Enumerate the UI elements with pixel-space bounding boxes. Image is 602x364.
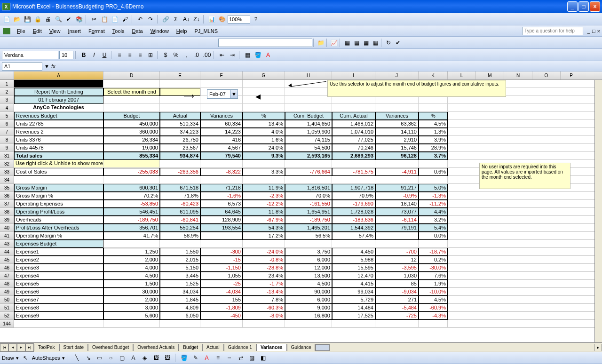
- cell[interactable]: Expense4: [14, 272, 103, 280]
- 3d-icon[interactable]: ◧: [259, 353, 268, 363]
- cell[interactable]: 4,500: [103, 272, 160, 280]
- cell[interactable]: 01 February 2007: [14, 96, 103, 104]
- cell[interactable]: -8,322: [200, 168, 243, 176]
- cell[interactable]: 5.0%: [419, 184, 448, 192]
- cell[interactable]: -255,033: [103, 168, 160, 176]
- cell[interactable]: 19,000: [103, 144, 160, 152]
- worksheet-area[interactable]: A D E F G H I J K L M N O P 12Report Mon…: [0, 71, 602, 342]
- dash-icon[interactable]: ┄: [225, 353, 234, 363]
- cell[interactable]: [200, 176, 243, 184]
- cell[interactable]: 416: [200, 136, 243, 144]
- row-header[interactable]: 48: [0, 280, 14, 288]
- cell[interactable]: 90,000: [285, 288, 332, 296]
- arrowstyle-icon[interactable]: ⇄: [236, 353, 246, 363]
- table-row[interactable]: 31Total sales855,334934,87479,5409.3%2,5…: [0, 152, 602, 160]
- cell[interactable]: -1,150: [200, 264, 243, 272]
- fontsize-input[interactable]: [59, 51, 73, 59]
- cell[interactable]: 1,550: [160, 248, 200, 256]
- cell[interactable]: [332, 320, 375, 328]
- cell[interactable]: 2,593,165: [285, 152, 332, 160]
- borders-icon[interactable]: ▦: [243, 50, 252, 60]
- cell[interactable]: 15,595: [332, 264, 375, 272]
- row-header[interactable]: 33: [0, 168, 14, 176]
- cell[interactable]: [103, 240, 160, 248]
- cell[interactable]: [285, 320, 332, 328]
- cell[interactable]: Expense1: [14, 248, 103, 256]
- cell[interactable]: 11.9%: [243, 184, 285, 192]
- row-header[interactable]: 2: [0, 88, 14, 96]
- cell[interactable]: -60.3%: [243, 304, 285, 312]
- cell[interactable]: [375, 232, 419, 240]
- cell[interactable]: 5,988: [332, 256, 375, 264]
- undo-icon[interactable]: ↶: [135, 15, 145, 24]
- col-F[interactable]: F: [200, 71, 243, 79]
- shadow-icon[interactable]: ▨: [247, 353, 257, 363]
- cell[interactable]: [243, 80, 285, 88]
- cell[interactable]: [375, 320, 419, 328]
- cell[interactable]: 60,334: [200, 120, 243, 128]
- cell[interactable]: 550,254: [160, 224, 200, 232]
- percent-icon[interactable]: %: [171, 50, 181, 60]
- zoom-input[interactable]: [228, 15, 250, 24]
- cell[interactable]: 4,450: [332, 248, 375, 256]
- copy-icon[interactable]: 📋: [100, 15, 109, 24]
- cell[interactable]: 4,809: [160, 304, 200, 312]
- oval-icon[interactable]: ○: [106, 353, 116, 363]
- menu-data[interactable]: Data: [128, 27, 146, 35]
- help-icon[interactable]: ?: [251, 15, 261, 24]
- cell[interactable]: 0.6%: [419, 168, 448, 176]
- tb2-check-icon[interactable]: ✔: [393, 38, 403, 47]
- horizontal-scrollbar[interactable]: ▸: [315, 344, 602, 351]
- cell[interactable]: -8.0%: [243, 312, 285, 320]
- cell[interactable]: [448, 312, 602, 320]
- underline-icon[interactable]: U: [100, 50, 109, 60]
- tb2-border1-icon[interactable]: ▦: [342, 38, 352, 47]
- cell[interactable]: 1,845: [160, 296, 200, 304]
- cell[interactable]: 1,544,392: [332, 224, 375, 232]
- cell[interactable]: [160, 88, 200, 96]
- diagram-icon[interactable]: ◈: [140, 353, 150, 363]
- cell[interactable]: 855,334: [103, 152, 160, 160]
- tb2-refresh-icon[interactable]: ↻: [384, 38, 393, 47]
- cell[interactable]: -300: [200, 248, 243, 256]
- cell[interactable]: 1,728,028: [332, 208, 375, 216]
- cell[interactable]: 23,567: [160, 144, 200, 152]
- cell[interactable]: %: [419, 112, 448, 120]
- cell[interactable]: 2,689,293: [332, 152, 375, 160]
- cell[interactable]: Operating Expenses: [14, 200, 103, 208]
- cell[interactable]: 1.3%: [419, 128, 448, 136]
- cell[interactable]: [200, 232, 243, 240]
- lineweight-icon[interactable]: ≡: [214, 353, 223, 363]
- sort-desc-icon[interactable]: Z↓: [192, 15, 201, 24]
- sheet-tab[interactable]: Overhead Budget: [88, 344, 133, 351]
- cell[interactable]: [14, 80, 103, 88]
- cell[interactable]: [243, 240, 285, 248]
- cell[interactable]: -450: [200, 312, 243, 320]
- cell[interactable]: -28.8%: [243, 264, 285, 272]
- cell[interactable]: 11.8%: [243, 208, 285, 216]
- cell[interactable]: 1,030: [375, 272, 419, 280]
- cell[interactable]: -4,034: [200, 288, 243, 296]
- cell[interactable]: -1.6%: [200, 192, 243, 200]
- row-header[interactable]: 39: [0, 216, 14, 224]
- row-header[interactable]: 40: [0, 224, 14, 232]
- cell[interactable]: 7.6%: [419, 272, 448, 280]
- cell[interactable]: -161,550: [285, 200, 332, 208]
- cell[interactable]: 1,404,650: [285, 120, 332, 128]
- cell[interactable]: 13.4%: [243, 120, 285, 128]
- dec-decimal-icon[interactable]: .00: [202, 50, 212, 60]
- cell[interactable]: 74,115: [285, 136, 332, 144]
- cell[interactable]: [419, 320, 448, 328]
- cell[interactable]: 2,015: [160, 256, 200, 264]
- cell[interactable]: 58.9%: [160, 232, 200, 240]
- cell[interactable]: Actual: [160, 112, 200, 120]
- cell[interactable]: Gross Margin %: [14, 192, 103, 200]
- menu-tools[interactable]: Tools: [109, 27, 128, 35]
- cell[interactable]: [419, 96, 448, 104]
- cell[interactable]: [243, 320, 285, 328]
- cell[interactable]: 2,000: [103, 256, 160, 264]
- cell[interactable]: 64,645: [200, 208, 243, 216]
- cell[interactable]: [375, 176, 419, 184]
- cell[interactable]: -5,484: [375, 304, 419, 312]
- cell[interactable]: 24.0%: [243, 144, 285, 152]
